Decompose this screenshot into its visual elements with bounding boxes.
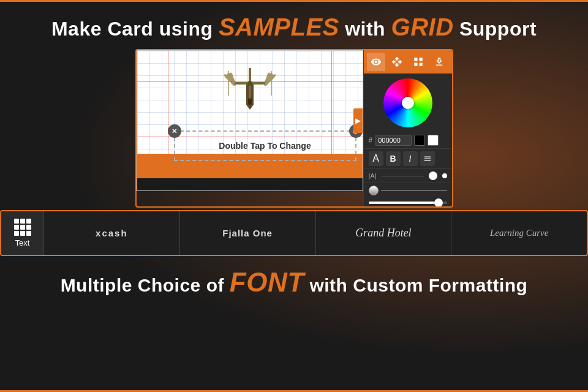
- color-wheel[interactable]: [383, 78, 432, 127]
- color-wheel-area[interactable]: [364, 74, 452, 132]
- eye-icon[interactable]: [367, 53, 385, 71]
- card-editor-frame: ✕ ↺ Double Tap To Change ▶: [135, 49, 453, 208]
- hex-hash-label: #: [369, 136, 373, 145]
- selection-label: Double Tap To Change: [219, 141, 311, 151]
- svg-marker-15: [246, 105, 254, 110]
- size-row: |A|: [364, 168, 452, 183]
- black-swatch[interactable]: [414, 135, 425, 146]
- format-row: A B I: [364, 148, 452, 168]
- card-selection-box[interactable]: ✕ ↺ Double Tap To Change: [174, 130, 356, 161]
- opacity-slider-thumb[interactable]: [434, 198, 443, 207]
- opacity-slider-track[interactable]: [369, 202, 447, 204]
- font-name-2: Grand Hotel: [355, 227, 412, 239]
- hex-row: #: [364, 132, 452, 148]
- bottom-part1: Multiple Choice of: [61, 275, 230, 295]
- opacity-icon: [369, 186, 379, 195]
- title-part3: Support: [454, 18, 537, 40]
- italic-button[interactable]: I: [403, 151, 418, 166]
- selection-close-handle[interactable]: ✕: [168, 124, 181, 138]
- font-cell-0[interactable]: xcash: [44, 211, 180, 255]
- top-border: [0, 0, 588, 2]
- title-highlight2: Grid: [391, 13, 454, 40]
- font-cell-2[interactable]: Grand Hotel: [316, 211, 452, 255]
- export-icon[interactable]: [430, 53, 448, 71]
- move-icon[interactable]: [388, 53, 406, 71]
- strip-dark: [137, 178, 363, 190]
- title-part1: Make Card using: [51, 18, 219, 40]
- font-name-0: xcash: [96, 228, 128, 238]
- size-circle: [429, 172, 437, 180]
- font-a-button[interactable]: A: [369, 151, 383, 166]
- font-panel: Text xcash Fjalla One Grand Hotel Learni…: [0, 210, 588, 256]
- bold-button[interactable]: B: [386, 151, 401, 166]
- windmill-logo: [219, 56, 281, 117]
- svg-rect-13: [235, 82, 248, 85]
- hex-input[interactable]: [375, 135, 412, 146]
- title-area: Make Card using Samples with Grid Suppor…: [0, 0, 588, 49]
- font-icon-cell[interactable]: Text: [1, 211, 44, 255]
- svg-rect-11: [252, 82, 265, 85]
- svg-rect-10: [249, 68, 251, 81]
- bottom-title: Multiple Choice of Font with Custom Form…: [24, 265, 564, 300]
- card-canvas[interactable]: ✕ ↺ Double Tap To Change ▶: [137, 50, 363, 191]
- font-name-1: Fjalla One: [222, 228, 273, 238]
- bottom-part2: with Custom Formatting: [304, 275, 528, 295]
- svg-point-14: [247, 81, 252, 86]
- size-label: |A|: [369, 172, 377, 179]
- main-container: Make Card using Samples with Grid Suppor…: [0, 0, 588, 392]
- font-name-3: Learning Curve: [490, 228, 548, 238]
- card-side-handle[interactable]: ▶: [353, 108, 363, 133]
- font-cell-3[interactable]: Learning Curve: [451, 211, 587, 255]
- page-title: Make Card using Samples with Grid Suppor…: [24, 12, 564, 42]
- bottom-highlight: Font: [230, 267, 304, 297]
- opacity-slider-fill: [369, 202, 435, 204]
- title-part2: with: [339, 18, 391, 40]
- white-swatch[interactable]: [428, 135, 439, 146]
- font-dots-grid: [14, 219, 31, 236]
- slider-row: [364, 183, 452, 206]
- right-sidebar: # A B I |A|: [363, 50, 452, 206]
- align-button[interactable]: [420, 151, 435, 166]
- grid-icon[interactable]: [409, 53, 428, 71]
- svg-rect-12: [249, 85, 251, 99]
- color-wheel-cursor: [402, 97, 414, 109]
- bottom-caption: Multiple Choice of Font with Custom Form…: [0, 256, 588, 309]
- font-icon-label: Text: [15, 238, 30, 247]
- toolbar-row: [364, 50, 452, 74]
- font-cell-1[interactable]: Fjalla One: [180, 211, 316, 255]
- title-highlight1: Samples: [219, 13, 339, 40]
